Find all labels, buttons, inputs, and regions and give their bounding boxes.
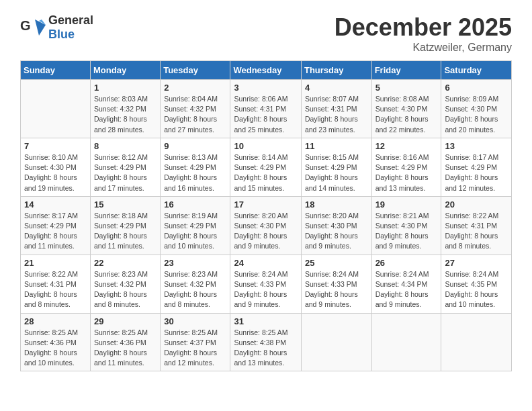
calendar-cell <box>301 313 371 371</box>
day-number: 28 <box>24 316 87 326</box>
day-info: Sunrise: 8:15 AM Sunset: 4:29 PM Dayligh… <box>305 152 368 193</box>
day-number: 30 <box>164 316 226 326</box>
weekday-header-row: SundayMondayTuesdayWednesdayThursdayFrid… <box>21 61 512 80</box>
calendar-week-row: 21Sunrise: 8:22 AM Sunset: 4:31 PM Dayli… <box>21 255 512 313</box>
day-info: Sunrise: 8:22 AM Sunset: 4:31 PM Dayligh… <box>24 269 87 310</box>
day-number: 19 <box>375 199 438 210</box>
calendar-cell: 24Sunrise: 8:24 AM Sunset: 4:33 PM Dayli… <box>230 255 301 313</box>
calendar-week-row: 1Sunrise: 8:03 AM Sunset: 4:32 PM Daylig… <box>21 80 512 138</box>
day-info: Sunrise: 8:19 AM Sunset: 4:29 PM Dayligh… <box>164 211 226 252</box>
day-number: 29 <box>94 316 157 326</box>
calendar-cell: 31Sunrise: 8:25 AM Sunset: 4:38 PM Dayli… <box>230 313 301 371</box>
day-info: Sunrise: 8:24 AM Sunset: 4:34 PM Dayligh… <box>375 269 438 310</box>
calendar-cell <box>371 313 441 371</box>
day-number: 2 <box>164 83 226 93</box>
calendar-cell: 27Sunrise: 8:24 AM Sunset: 4:35 PM Dayli… <box>441 255 512 313</box>
day-info: Sunrise: 8:25 AM Sunset: 4:38 PM Dayligh… <box>234 328 297 369</box>
logo-blue: Blue <box>48 28 75 41</box>
page-header: G General Blue December 2025 Katzweiler,… <box>20 13 512 54</box>
day-number: 10 <box>234 141 297 151</box>
calendar-cell: 25Sunrise: 8:24 AM Sunset: 4:33 PM Dayli… <box>301 255 371 313</box>
day-info: Sunrise: 8:06 AM Sunset: 4:31 PM Dayligh… <box>234 94 297 135</box>
day-info: Sunrise: 8:25 AM Sunset: 4:37 PM Dayligh… <box>164 328 226 369</box>
day-number: 1 <box>94 83 157 93</box>
day-number: 3 <box>234 83 297 93</box>
day-info: Sunrise: 8:23 AM Sunset: 4:32 PM Dayligh… <box>164 269 226 310</box>
calendar-cell: 30Sunrise: 8:25 AM Sunset: 4:37 PM Dayli… <box>161 313 230 371</box>
calendar-cell: 12Sunrise: 8:16 AM Sunset: 4:29 PM Dayli… <box>371 138 441 196</box>
month-title: December 2025 <box>335 13 512 42</box>
calendar-table: SundayMondayTuesdayWednesdayThursdayFrid… <box>20 60 512 371</box>
calendar-cell: 14Sunrise: 8:17 AM Sunset: 4:29 PM Dayli… <box>21 196 91 255</box>
calendar-week-row: 28Sunrise: 8:25 AM Sunset: 4:36 PM Dayli… <box>21 313 512 371</box>
day-info: Sunrise: 8:04 AM Sunset: 4:32 PM Dayligh… <box>164 94 226 135</box>
day-info: Sunrise: 8:07 AM Sunset: 4:31 PM Dayligh… <box>305 94 368 135</box>
weekday-header: Thursday <box>301 61 371 80</box>
day-number: 21 <box>24 258 87 268</box>
calendar-cell: 9Sunrise: 8:13 AM Sunset: 4:29 PM Daylig… <box>161 138 230 196</box>
day-number: 23 <box>164 258 226 268</box>
day-info: Sunrise: 8:20 AM Sunset: 4:30 PM Dayligh… <box>234 211 297 252</box>
svg-text:G: G <box>20 18 31 33</box>
day-number: 11 <box>305 141 368 151</box>
day-number: 24 <box>234 258 297 268</box>
day-info: Sunrise: 8:24 AM Sunset: 4:35 PM Dayligh… <box>445 269 508 310</box>
day-info: Sunrise: 8:25 AM Sunset: 4:36 PM Dayligh… <box>94 328 157 369</box>
day-info: Sunrise: 8:24 AM Sunset: 4:33 PM Dayligh… <box>234 269 297 310</box>
day-number: 27 <box>445 258 508 268</box>
weekday-header: Monday <box>91 61 161 80</box>
weekday-header: Sunday <box>21 61 91 80</box>
calendar-cell: 4Sunrise: 8:07 AM Sunset: 4:31 PM Daylig… <box>301 80 371 138</box>
logo: G General Blue <box>20 13 93 42</box>
calendar-cell: 7Sunrise: 8:10 AM Sunset: 4:30 PM Daylig… <box>21 138 91 196</box>
calendar-cell: 2Sunrise: 8:04 AM Sunset: 4:32 PM Daylig… <box>161 80 230 138</box>
calendar-cell: 8Sunrise: 8:12 AM Sunset: 4:29 PM Daylig… <box>91 138 161 196</box>
day-info: Sunrise: 8:20 AM Sunset: 4:30 PM Dayligh… <box>305 211 368 252</box>
calendar-cell: 5Sunrise: 8:08 AM Sunset: 4:30 PM Daylig… <box>371 80 441 138</box>
title-area: December 2025 Katzweiler, Germany <box>335 13 512 54</box>
day-info: Sunrise: 8:16 AM Sunset: 4:29 PM Dayligh… <box>375 152 438 193</box>
day-info: Sunrise: 8:12 AM Sunset: 4:29 PM Dayligh… <box>94 152 157 193</box>
weekday-header: Wednesday <box>230 61 301 80</box>
calendar-cell: 3Sunrise: 8:06 AM Sunset: 4:31 PM Daylig… <box>230 80 301 138</box>
calendar-cell: 22Sunrise: 8:23 AM Sunset: 4:32 PM Dayli… <box>91 255 161 313</box>
day-number: 25 <box>305 258 368 268</box>
day-info: Sunrise: 8:03 AM Sunset: 4:32 PM Dayligh… <box>94 94 157 135</box>
calendar-cell: 29Sunrise: 8:25 AM Sunset: 4:36 PM Dayli… <box>91 313 161 371</box>
day-number: 26 <box>375 258 438 268</box>
day-info: Sunrise: 8:17 AM Sunset: 4:29 PM Dayligh… <box>445 152 508 193</box>
day-number: 7 <box>24 141 87 151</box>
day-number: 6 <box>445 83 508 93</box>
calendar-cell: 10Sunrise: 8:14 AM Sunset: 4:29 PM Dayli… <box>230 138 301 196</box>
calendar-cell: 28Sunrise: 8:25 AM Sunset: 4:36 PM Dayli… <box>21 313 91 371</box>
calendar-cell: 17Sunrise: 8:20 AM Sunset: 4:30 PM Dayli… <box>230 196 301 255</box>
logo-icon: G <box>20 17 46 38</box>
calendar-cell: 13Sunrise: 8:17 AM Sunset: 4:29 PM Dayli… <box>441 138 512 196</box>
calendar-cell: 6Sunrise: 8:09 AM Sunset: 4:30 PM Daylig… <box>441 80 512 138</box>
day-info: Sunrise: 8:25 AM Sunset: 4:36 PM Dayligh… <box>24 328 87 369</box>
day-info: Sunrise: 8:13 AM Sunset: 4:29 PM Dayligh… <box>164 152 226 193</box>
day-info: Sunrise: 8:18 AM Sunset: 4:29 PM Dayligh… <box>94 211 157 252</box>
day-info: Sunrise: 8:09 AM Sunset: 4:30 PM Dayligh… <box>445 94 508 135</box>
day-info: Sunrise: 8:17 AM Sunset: 4:29 PM Dayligh… <box>24 211 87 252</box>
weekday-header: Tuesday <box>161 61 230 80</box>
weekday-header: Saturday <box>441 61 512 80</box>
day-info: Sunrise: 8:21 AM Sunset: 4:30 PM Dayligh… <box>375 211 438 252</box>
day-info: Sunrise: 8:23 AM Sunset: 4:32 PM Dayligh… <box>94 269 157 310</box>
day-info: Sunrise: 8:22 AM Sunset: 4:31 PM Dayligh… <box>445 211 508 252</box>
calendar-cell: 26Sunrise: 8:24 AM Sunset: 4:34 PM Dayli… <box>371 255 441 313</box>
calendar-week-row: 14Sunrise: 8:17 AM Sunset: 4:29 PM Dayli… <box>21 196 512 255</box>
day-info: Sunrise: 8:08 AM Sunset: 4:30 PM Dayligh… <box>375 94 438 135</box>
day-number: 16 <box>164 199 226 210</box>
calendar-cell: 18Sunrise: 8:20 AM Sunset: 4:30 PM Dayli… <box>301 196 371 255</box>
calendar-cell: 19Sunrise: 8:21 AM Sunset: 4:30 PM Dayli… <box>371 196 441 255</box>
calendar-cell: 11Sunrise: 8:15 AM Sunset: 4:29 PM Dayli… <box>301 138 371 196</box>
day-number: 17 <box>234 199 297 210</box>
calendar-cell: 1Sunrise: 8:03 AM Sunset: 4:32 PM Daylig… <box>91 80 161 138</box>
day-info: Sunrise: 8:24 AM Sunset: 4:33 PM Dayligh… <box>305 269 368 310</box>
calendar-cell <box>21 80 91 138</box>
day-number: 9 <box>164 141 226 151</box>
calendar-cell: 21Sunrise: 8:22 AM Sunset: 4:31 PM Dayli… <box>21 255 91 313</box>
day-number: 8 <box>94 141 157 151</box>
day-number: 31 <box>234 316 297 326</box>
